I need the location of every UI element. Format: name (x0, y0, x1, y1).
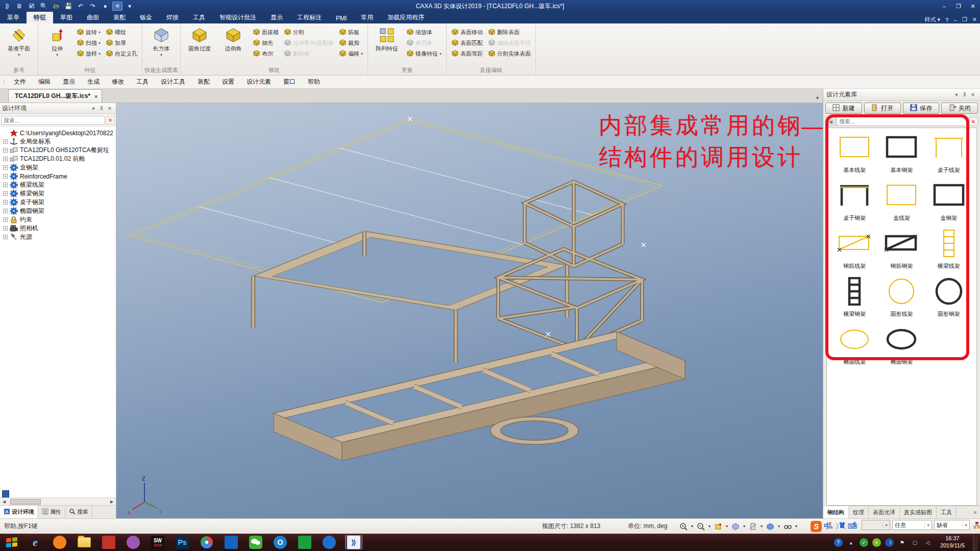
taskbar-app-media-player[interactable] (51, 535, 68, 549)
ribbon-button-表面移动[interactable]: 表面移动 (450, 28, 484, 37)
tree-item[interactable]: C:\Users\yangl\Desktop\20170822 (2, 129, 116, 137)
shirt-icon[interactable] (837, 520, 847, 530)
caxa-logo-icon[interactable]: ⟫ (2, 2, 12, 11)
ribbon-button-面拔模[interactable]: 面拔模 (251, 28, 280, 37)
ribbon-button-螺纹[interactable]: 螺纹 (104, 28, 139, 37)
ribbon-restore-icon[interactable]: ❐ (962, 16, 967, 23)
tray-network-icon[interactable]: ▢ (911, 538, 919, 547)
expand-icon[interactable]: + (3, 139, 8, 144)
tree-item[interactable]: +盒钢架 (2, 163, 116, 172)
taskbar-app-photoshop[interactable]: Ps (174, 535, 191, 549)
taskbar-app-caxa-3d[interactable]: ⟫ (345, 535, 362, 549)
ribbon-minimize-icon[interactable]: – (954, 17, 957, 23)
perspective-icon[interactable] (783, 522, 792, 531)
display-mode-icon[interactable] (714, 522, 723, 531)
taskbar-clock[interactable]: 16:37 2019/11/5 (936, 535, 969, 549)
library-close-icon[interactable]: ✕ (969, 92, 977, 97)
expand-icon[interactable]: + (3, 157, 8, 161)
pattern-tool-icon[interactable]: ✳ (112, 2, 122, 11)
new-check-icon[interactable]: 🗹 (27, 2, 37, 11)
ribbon-button-旋转[interactable]: 旋转▾ (75, 28, 102, 37)
ribbon-button-边倒角[interactable]: 边倒角 (217, 26, 249, 66)
library-item-盒线架[interactable]: 盒线架 (878, 181, 925, 222)
wrench-icon[interactable] (849, 520, 860, 530)
tree-item[interactable]: +TCA12DFL0.01.02 前舱 (2, 155, 116, 163)
tree-item[interactable]: +TCA12DFL0 GH5120TCA餐厨垃 (2, 146, 116, 155)
document-tab-close-icon[interactable]: × (94, 93, 97, 99)
ribbon-tab-菜单[interactable]: 菜单 (0, 12, 27, 23)
ribbon-button-缩放体[interactable]: 缩放体 (405, 28, 443, 37)
ribbon-tab-PMI[interactable]: PMI (329, 13, 354, 23)
minimize-button[interactable]: – (937, 1, 951, 12)
tree-item[interactable]: +全局坐标系 (2, 137, 116, 146)
menu-item-工具[interactable]: 工具 (130, 75, 155, 89)
menu-item-设计元素[interactable]: 设计元素 (240, 75, 277, 89)
scroll-right-icon[interactable]: ▶ (108, 498, 116, 505)
clear-search-icon[interactable]: ✕ (106, 116, 115, 125)
ribbon-button-分割[interactable]: 分割 (282, 28, 335, 37)
tree-item[interactable]: +光源 (2, 233, 116, 241)
tree-search-input[interactable] (1, 116, 105, 125)
ribbon-button-基准平面[interactable]: 基准平面▾ (3, 26, 35, 66)
ribbon-button-布尔[interactable]: 布尔 (251, 49, 280, 59)
ribbon-tab-装配[interactable]: 装配 (106, 12, 133, 23)
help-icon[interactable]: ? (945, 17, 949, 23)
ribbon-button-放样[interactable]: 放样▾ (75, 49, 102, 59)
taskbar-app-opera[interactable]: O (272, 535, 289, 549)
library-button-新建[interactable]: 新建 (825, 103, 862, 114)
ribbon-button-裁剪[interactable]: 裁剪 (337, 38, 364, 48)
menu-item-生成[interactable]: 生成 (81, 75, 106, 89)
library-item-椭圆钢架[interactable]: 椭圆钢架 (878, 325, 925, 366)
library-button-打开[interactable]: 打开 (864, 103, 901, 114)
menu-item-文件[interactable]: 文件 (8, 75, 32, 89)
library-pin-icon[interactable]: ⊼ (961, 92, 969, 97)
ribbon-tab-工程标注[interactable]: 工程标注 (290, 12, 329, 23)
tab-overflow-icon[interactable]: ≑ (970, 506, 980, 518)
expand-icon[interactable]: + (3, 191, 8, 196)
close-button[interactable]: ✕ (966, 1, 980, 12)
taskbar-app-green-app[interactable] (296, 535, 313, 549)
expand-icon[interactable]: + (3, 217, 8, 222)
3d-viewport[interactable]: Z x y 内部集成常用的钢 结构件的调用设计 (116, 103, 823, 518)
expand-icon[interactable]: + (3, 226, 8, 231)
taskbar-app-blue-sphere[interactable] (321, 535, 338, 549)
ribbon-button-拉伸[interactable]: 拉伸▾ (41, 26, 73, 66)
tree-item[interactable]: +约束 (2, 215, 116, 224)
taskbar-app-wechat[interactable] (247, 535, 264, 549)
style-dropdown[interactable]: 样式 ▾ (924, 16, 940, 23)
tab-list-dropdown-icon[interactable]: ▾ (816, 95, 823, 103)
panel-dropdown-icon[interactable]: ▾ (89, 106, 97, 111)
tree-item[interactable]: +横梁钢架 (2, 189, 116, 198)
library-item-桌子钢架[interactable]: 桌子钢架 (831, 181, 878, 222)
document-tab[interactable]: TCA12DFL0 GH...圾车.ics* × (8, 89, 102, 103)
tray-night-moon-icon[interactable]: ☽ (885, 538, 894, 547)
library-tab-纹理[interactable]: 纹理 (849, 506, 869, 518)
panel-pin-icon[interactable]: ⊼ (97, 106, 106, 111)
ribbon-button-自定义孔[interactable]: 自定义孔 (104, 49, 139, 59)
tray-volume-icon[interactable]: ◁ (923, 538, 932, 547)
ribbon-tab-钣金[interactable]: 钣金 (133, 12, 159, 23)
tray-expand-tray-icon[interactable]: ▴ (847, 538, 855, 547)
start-button[interactable] (2, 535, 21, 550)
tree-item[interactable]: +桌子钢架 (2, 198, 116, 207)
ribbon-tab-智能设计批注[interactable]: 智能设计批注 (212, 12, 263, 23)
show-desktop-button[interactable] (973, 534, 978, 551)
expand-icon[interactable]: + (3, 183, 8, 187)
taskbar-app-solidworks[interactable]: SW2016 (149, 535, 166, 549)
library-tab-工具[interactable]: 工具 (937, 506, 957, 518)
library-item-钢筋线架[interactable]: 钢筋线架 (831, 229, 878, 270)
ribbon-tab-草图[interactable]: 草图 (53, 12, 80, 23)
tree-item[interactable]: +照相机 (2, 224, 116, 233)
taskbar-app-cad-red-app[interactable] (100, 535, 117, 549)
ribbon-button-长方体[interactable]: 长方体▾ (145, 26, 177, 66)
menu-item-帮助[interactable]: 帮助 (302, 75, 326, 89)
ribbon-tab-工具[interactable]: 工具 (186, 12, 212, 23)
library-search-input[interactable] (837, 117, 968, 126)
library-item-桌子线架[interactable]: 桌子线架 (925, 133, 972, 174)
ribbon-button-抽壳[interactable]: 抽壳 (251, 38, 280, 48)
ribbon-tab-焊接[interactable]: 焊接 (159, 12, 186, 23)
menu-item-编辑[interactable]: 编辑 (32, 75, 57, 89)
ribbon-button-偏移[interactable]: 偏移▾ (337, 49, 364, 59)
library-back-icon[interactable]: ◀ (825, 117, 836, 126)
library-item-基本钢架[interactable]: 基本钢架 (878, 133, 925, 174)
